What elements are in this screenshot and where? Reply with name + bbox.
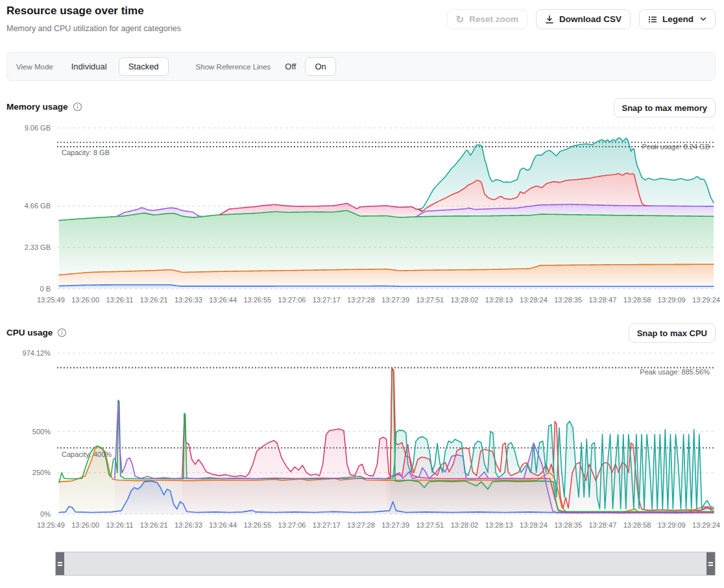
- cpu-chart-canvas[interactable]: [0, 345, 724, 522]
- memory-x-axis-tick-label: 13:26:55: [243, 296, 271, 304]
- memory-x-axis-tick-label: 13:26:33: [175, 296, 202, 304]
- memory-x-axis-tick-label: 13:28:47: [588, 296, 616, 304]
- cpu-chart-title: CPU usage: [6, 328, 53, 337]
- reference-lines-off-button[interactable]: Off: [284, 59, 297, 74]
- memory-y-axis-tick-label: 2.33 GB: [0, 243, 51, 251]
- cpu-x-axis-tick-label: 13:25:49: [37, 521, 65, 529]
- cpu-x-axis-tick-label: 13:26:33: [175, 521, 202, 529]
- memory-x-axis-tick-label: 13:25:49: [37, 296, 65, 304]
- cpu-y-axis-tick-label: 974.12%: [0, 349, 51, 357]
- cpu-section-header: CPU usage: [6, 328, 67, 337]
- view-mode-stacked-button[interactable]: Stacked: [119, 57, 169, 76]
- cpu-x-axis-tick-label: 13:28:24: [520, 521, 548, 529]
- cpu-peak-reference-label: Peak usage: 885.56%: [640, 368, 710, 376]
- memory-chart-title: Memory usage: [6, 102, 68, 112]
- legend-label: Legend: [662, 14, 694, 24]
- memory-x-axis-tick-label: 13:27:17: [313, 296, 341, 304]
- snap-to-max-cpu-button[interactable]: Snap to max CPU: [629, 323, 716, 343]
- memory-x-axis-tick-label: 13:26:44: [209, 296, 237, 304]
- cpu-x-axis-tick-label: 13:29:24: [692, 521, 720, 529]
- memory-x-axis-tick-label: 13:27:06: [278, 296, 306, 304]
- cpu-x-axis-tick-label: 13:26:21: [140, 521, 168, 529]
- cpu-x-axis-tick-label: 13:26:55: [243, 521, 271, 529]
- download-icon: [545, 15, 554, 24]
- memory-x-axis-tick-label: 13:29:09: [658, 296, 686, 304]
- memory-x-axis: 13:25:4913:26:0013:26:1113:26:2113:26:33…: [37, 296, 720, 304]
- cpu-x-axis-tick-label: 13:27:51: [416, 521, 444, 529]
- memory-x-axis-tick-label: 13:26:11: [106, 296, 133, 304]
- memory-x-axis-tick-label: 13:28:58: [623, 296, 651, 304]
- memory-x-axis-tick-label: 13:28:02: [451, 296, 479, 304]
- cpu-y-axis-tick-label: 0%: [0, 510, 51, 518]
- memory-x-axis-tick-label: 13:26:21: [140, 296, 168, 304]
- cpu-x-axis-tick-label: 13:27:28: [347, 521, 375, 529]
- memory-peak-reference-label: Peak usage: 8.24 GB: [642, 143, 710, 151]
- memory-x-axis-tick-label: 13:27:28: [347, 296, 375, 304]
- memory-x-axis-tick-label: 13:29:24: [692, 296, 720, 304]
- cpu-y-axis-tick-label: 250%: [0, 469, 51, 476]
- reference-lines-label: Show Reference Lines: [196, 63, 271, 71]
- cpu-x-axis-tick-label: 13:26:11: [106, 521, 133, 529]
- download-csv-button[interactable]: Download CSV: [536, 9, 631, 29]
- cpu-x-axis-tick-label: 13:28:47: [588, 521, 616, 529]
- memory-x-axis-tick-label: 13:27:39: [381, 296, 409, 304]
- page-title: Resource usage over time: [6, 5, 144, 18]
- cpu-x-axis-tick-label: 13:27:39: [381, 521, 409, 529]
- memory-y-axis-tick-label: 0 B: [0, 285, 51, 293]
- reset-zoom-button[interactable]: ↻ Reset zoom: [447, 9, 527, 29]
- cpu-x-axis-tick-label: 13:29:09: [658, 521, 686, 529]
- cpu-x-axis-tick-label: 13:26:44: [209, 521, 237, 529]
- reference-lines-on-button[interactable]: On: [305, 57, 335, 76]
- snap-to-max-memory-button[interactable]: Snap to max memory: [614, 98, 716, 117]
- cpu-y-axis-tick-label: 500%: [0, 428, 51, 435]
- page-subtitle: Memory and CPU utilization for agent cat…: [6, 24, 181, 33]
- info-icon[interactable]: [57, 328, 67, 337]
- view-mode-label: View Mode: [16, 63, 53, 71]
- brush-left-handle[interactable]: [56, 552, 64, 575]
- legend-icon: [648, 15, 657, 24]
- memory-y-axis-tick-label: 4.66 GB: [0, 202, 51, 210]
- download-csv-label: Download CSV: [559, 14, 621, 24]
- view-mode-individual-button[interactable]: Individual: [70, 59, 108, 74]
- legend-button[interactable]: Legend: [639, 9, 716, 29]
- cpu-x-axis-tick-label: 13:27:17: [313, 521, 341, 529]
- time-range-brush[interactable]: [55, 552, 716, 576]
- cpu-x-axis: 13:25:4913:26:0013:26:1113:26:2113:26:33…: [37, 521, 720, 529]
- memory-x-axis-tick-label: 13:28:35: [554, 296, 582, 304]
- memory-x-axis-tick-label: 13:26:00: [71, 296, 99, 304]
- cpu-x-axis-tick-label: 13:27:06: [278, 521, 306, 529]
- info-icon[interactable]: [73, 102, 82, 112]
- memory-x-axis-tick-label: 13:27:51: [416, 296, 444, 304]
- cpu-x-axis-tick-label: 13:28:13: [485, 521, 513, 529]
- cpu-x-axis-tick-label: 13:28:02: [451, 521, 479, 529]
- cpu-x-axis-tick-label: 13:28:58: [623, 521, 651, 529]
- reset-zoom-label: Reset zoom: [469, 14, 518, 24]
- memory-capacity-reference-label: Capacity: 8 GB: [62, 149, 110, 156]
- brush-right-handle[interactable]: [706, 552, 715, 575]
- memory-section-header: Memory usage: [6, 102, 82, 112]
- cpu-x-axis-tick-label: 13:28:35: [554, 521, 582, 529]
- memory-x-axis-tick-label: 13:28:13: [485, 296, 513, 304]
- cpu-x-axis-tick-label: 13:26:00: [71, 521, 99, 529]
- cpu-capacity-reference-label: Capacity: 400%: [62, 450, 112, 458]
- memory-x-axis-tick-label: 13:28:24: [520, 296, 548, 304]
- view-controls-bar: View Mode Individual Stacked Show Refere…: [6, 52, 716, 81]
- toolbar: ↻ Reset zoom Download CSV Legend: [447, 9, 716, 29]
- memory-y-axis-tick-label: 9.06 GB: [0, 124, 51, 132]
- reset-icon: ↻: [456, 14, 465, 24]
- chevron-down-icon: [700, 17, 706, 21]
- memory-chart-canvas[interactable]: [0, 120, 724, 297]
